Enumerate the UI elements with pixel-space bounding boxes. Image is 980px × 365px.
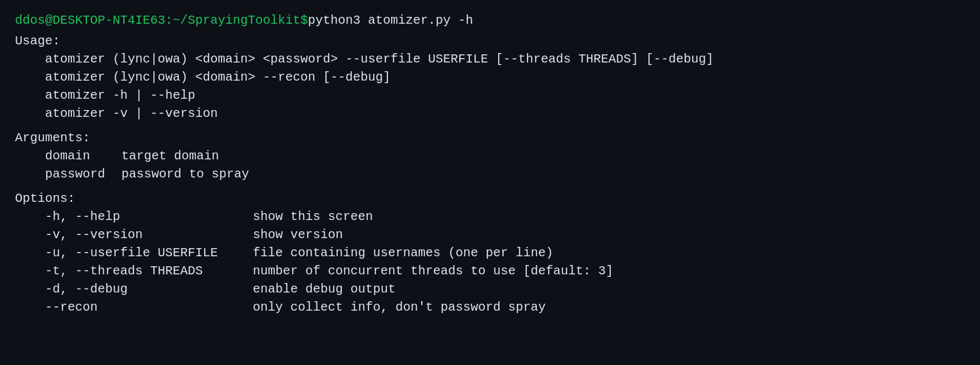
option-flag-help: -h, --help [15,208,253,226]
option-row-debug: -d, --debug enable debug output [15,280,965,298]
usage-line-2: atomizer (lync|owa) <domain> --recon [--… [15,68,965,86]
option-row-help: -h, --help show this screen [15,208,965,226]
option-desc-userfile: file containing usernames (one per line) [253,244,553,262]
usage-label: Usage: [15,32,965,50]
option-desc-recon: only collect info, don't password spray [253,298,546,316]
usage-line-1: atomizer (lync|owa) <domain> <password> … [15,50,965,68]
option-row-userfile: -u, --userfile USERFILE file containing … [15,244,965,262]
arguments-label: Arguments: [15,129,965,147]
options-label: Options: [15,189,965,208]
option-row-recon: --recon only collect info, don't passwor… [15,298,965,316]
option-desc-threads: number of concurrent threads to use [def… [253,262,613,280]
prompt-command: python3 atomizer.py -h [308,11,473,29]
option-row-version: -v, --version show version [15,226,965,244]
option-flag-version: -v, --version [15,226,253,244]
terminal-window: ddos@DESKTOP-NT4IE63:~/SprayingToolkit$ … [15,11,965,316]
arg-desc-password: password to spray [121,165,249,183]
option-row-threads: -t, --threads THREADS number of concurre… [15,262,965,280]
arg-row-password: password password to spray [15,165,965,183]
usage-line-4: atomizer -v | --version [15,104,965,122]
prompt-line: ddos@DESKTOP-NT4IE63:~/SprayingToolkit$ … [15,11,965,29]
option-flag-threads: -t, --threads THREADS [15,262,253,280]
option-flag-debug: -d, --debug [15,280,253,298]
arg-name-domain: domain [15,147,121,165]
option-desc-version: show version [253,226,343,244]
option-flag-userfile: -u, --userfile USERFILE [15,244,253,262]
prompt-user: ddos@DESKTOP-NT4IE63:~/SprayingToolkit$ [15,11,308,29]
arg-name-password: password [15,165,121,183]
option-flag-recon: --recon [15,298,253,316]
terminal-output: Usage: atomizer (lync|owa) <domain> <pas… [15,32,965,316]
arg-desc-domain: target domain [121,147,219,165]
option-desc-debug: enable debug output [253,280,396,298]
usage-line-3: atomizer -h | --help [15,86,965,104]
arg-row-domain: domain target domain [15,147,965,165]
option-desc-help: show this screen [253,208,373,226]
